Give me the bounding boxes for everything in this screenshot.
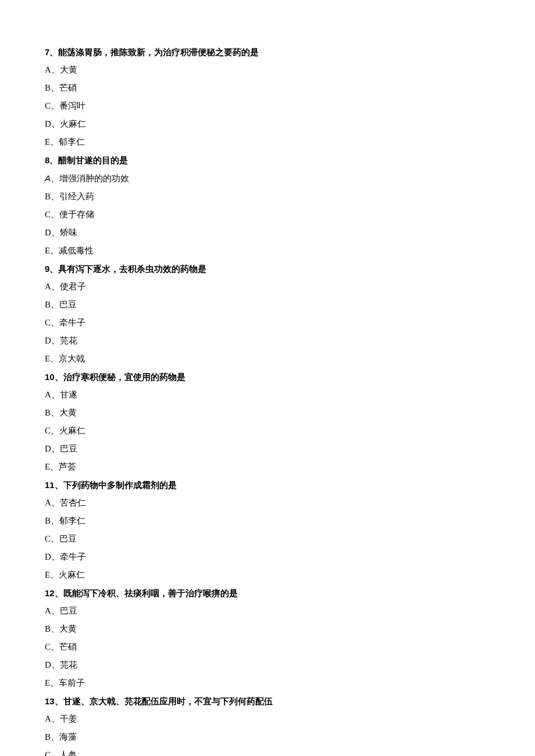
question-stem: 8、醋制甘遂的目的是 (45, 156, 535, 164)
option-a: A、巴豆 (45, 607, 535, 615)
question-block: 7、能荡涤胃肠，推陈致新，为治疗积滞便秘之要药的是 A、大黄 B、芒硝 C、番泻… (45, 48, 535, 146)
option-c: C、人参 (45, 751, 535, 756)
option-c: C、火麻仁 (45, 427, 535, 435)
option-e: E、减低毒性 (45, 246, 535, 255)
question-text: 、甘遂、京大戟、芫花配伍应用时，不宜与下列何药配伍 (55, 696, 273, 706)
question-stem: 11、下列药物中多制作成霜剂的是 (45, 481, 535, 489)
option-b: B、海藻 (45, 733, 535, 741)
question-text: 、既能泻下冷积、祛痰利咽，善于治疗喉痹的是 (55, 588, 238, 598)
option-b: B、巴豆 (45, 300, 535, 309)
option-b: B、引经入药 (45, 192, 535, 201)
option-d: D、火麻仁 (45, 120, 535, 128)
document-page: 7、能荡涤胃肠，推陈致新，为治疗积滞便秘之要药的是 A、大黄 B、芒硝 C、番泻… (0, 0, 535, 756)
question-stem: 9、具有泻下逐水，去积杀虫功效的药物是 (45, 264, 535, 273)
question-text: 、能荡涤胃肠，推陈致新，为治疗积滞便秘之要药的是 (49, 47, 259, 57)
option-a: A、苦杏仁 (45, 499, 535, 507)
option-e: E、车前子 (45, 679, 535, 687)
option-e: E、郁李仁 (45, 138, 535, 146)
option-b: B、大黄 (45, 625, 535, 633)
question-stem: 7、能荡涤胃肠，推陈致新，为治疗积滞便秘之要药的是 (45, 48, 535, 56)
option-d: D、巴豆 (45, 445, 535, 453)
option-c: C、番泻叶 (45, 102, 535, 110)
question-stem: 13、甘遂、京大戟、芫花配伍应用时，不宜与下列何药配伍 (45, 697, 535, 705)
question-text: 、醋制甘遂的目的是 (49, 155, 128, 165)
option-a: A、使君子 (45, 282, 535, 291)
option-b: B、大黄 (45, 409, 535, 417)
option-e: E、京大戟 (45, 354, 535, 363)
option-c: C、便于存储 (45, 210, 535, 219)
option-c: C、巴豆 (45, 535, 535, 543)
question-stem: 12、既能泻下冷积、祛痰利咽，善于治疗喉痹的是 (45, 589, 535, 597)
option-a: A、甘遂 (45, 390, 535, 399)
question-block: 8、醋制甘遂的目的是 A、增强消肿的的功效 B、引经入药 C、便于存储 D、矫味… (45, 156, 535, 255)
option-e: E、火麻仁 (45, 571, 535, 579)
question-block: 9、具有泻下逐水，去积杀虫功效的药物是 A、使君子 B、巴豆 C、牵牛子 D、芫… (45, 264, 535, 363)
question-block: 10、治疗寒积便秘，宜使用的药物是 A、甘遂 B、大黄 C、火麻仁 D、巴豆 E… (45, 372, 535, 471)
option-c: C、牵牛子 (45, 318, 535, 327)
question-text: 、治疗寒积便秘，宜使用的药物是 (55, 372, 186, 382)
option-e: E、芦荟 (45, 463, 535, 471)
option-d: D、矫味 (45, 228, 535, 237)
option-b: B、芒硝 (45, 84, 535, 92)
question-text: 、具有泻下逐水，去积杀虫功效的药物是 (49, 264, 206, 274)
option-c: C、芒硝 (45, 643, 535, 651)
question-number: 13 (45, 696, 55, 706)
question-text: 、下列药物中多制作成霜剂的是 (55, 480, 177, 490)
option-d: D、芫花 (45, 336, 535, 345)
option-d: D、牵牛子 (45, 553, 535, 561)
option-a: A、干姜 (45, 715, 535, 723)
option-d: D、芫花 (45, 661, 535, 669)
question-block: 12、既能泻下冷积、祛痰利咽，善于治疗喉痹的是 A、巴豆 B、大黄 C、芒硝 D… (45, 589, 535, 687)
question-block: 11、下列药物中多制作成霜剂的是 A、苦杏仁 B、郁李仁 C、巴豆 D、牵牛子 … (45, 481, 535, 579)
question-block: 13、甘遂、京大戟、芫花配伍应用时，不宜与下列何药配伍 A、干姜 B、海藻 C、… (45, 697, 535, 756)
option-b: B、郁李仁 (45, 517, 535, 525)
question-number: 12 (45, 588, 55, 598)
question-number: 10 (45, 372, 55, 382)
option-a: A、增强消肿的的功效 (45, 174, 535, 183)
question-number: 11 (45, 480, 55, 490)
option-a: A、大黄 (45, 66, 535, 74)
question-stem: 10、治疗寒积便秘，宜使用的药物是 (45, 372, 535, 381)
